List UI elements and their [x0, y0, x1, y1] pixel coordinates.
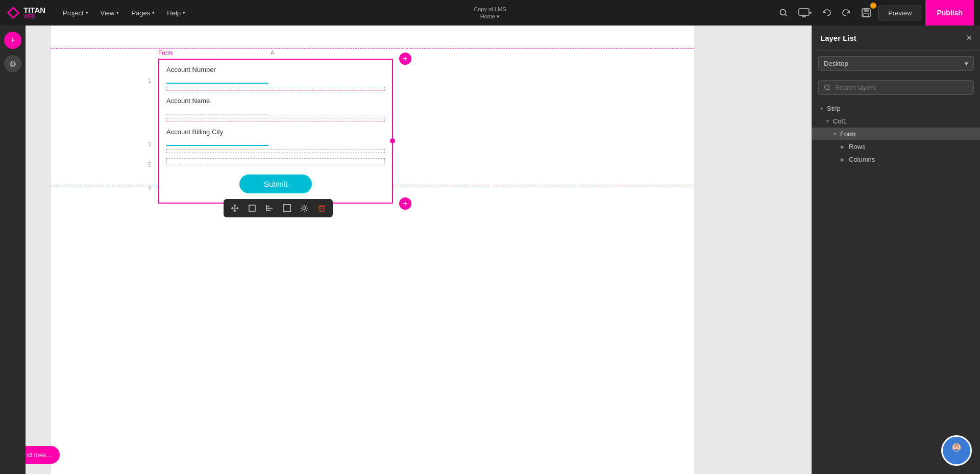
undo-button[interactable]: [819, 5, 835, 20]
sidebar-settings-button[interactable]: ⚙: [4, 55, 21, 72]
undo-icon: [822, 8, 831, 17]
plus-icon: +: [10, 36, 15, 45]
save-icon: [861, 8, 871, 18]
chevron-down-icon: ▾: [183, 10, 185, 15]
nav-pages[interactable]: Pages ▾: [126, 6, 160, 20]
account-number-label: Account Number: [166, 66, 385, 73]
row-number-3: 3: [148, 141, 152, 148]
square-icon: [248, 204, 256, 212]
account-number-input[interactable]: [166, 76, 268, 84]
layer-tree: ▾ Strip ▾ Col1 ▾ Form ▶ Rows ▶ Columns: [812, 99, 980, 474]
chevron-right-icon: ▶: [841, 157, 845, 162]
publish-button[interactable]: Publish: [925, 0, 974, 26]
row-2-bottom-dashed: [166, 118, 385, 122]
nav-project[interactable]: Project ▾: [58, 6, 93, 20]
search-button[interactable]: [776, 5, 791, 20]
add-element-button[interactable]: +: [4, 32, 21, 49]
delete-button[interactable]: [313, 201, 330, 215]
row-number-4: 4: [148, 185, 152, 192]
svg-point-31: [954, 446, 955, 447]
row-3-bottom-dashed: [166, 149, 385, 153]
chevron-down-icon: ▾: [86, 10, 88, 15]
canvas-area[interactable]: Form A + 1 Account Number: [26, 26, 812, 474]
row-5-dashed: [166, 158, 385, 164]
page-title: Copy of LMS Home ▾: [474, 6, 506, 20]
save-button[interactable]: !: [858, 5, 874, 21]
svg-rect-4: [799, 9, 809, 15]
chevron-down-icon: ▾: [834, 131, 836, 137]
gear-icon: [300, 204, 308, 212]
row-5: 5: [159, 156, 392, 166]
resize-handle[interactable]: [390, 138, 395, 143]
nav-view[interactable]: View ▾: [95, 6, 125, 20]
account-number-field: Account Number: [166, 66, 385, 84]
device-preview-button[interactable]: ▾: [795, 5, 815, 20]
layer-item-rows[interactable]: ▶ Rows: [812, 140, 980, 153]
form-field-area: 1 Account Number Account Name: [158, 59, 393, 204]
panel-header: Layer List ×: [812, 26, 980, 51]
topbar: TITAN WEB Project ▾ View ▾ Pages ▾ Help …: [0, 0, 980, 26]
redo-icon: [842, 8, 851, 17]
svg-line-26: [829, 89, 830, 90]
move-icon: [231, 204, 239, 212]
svg-line-3: [786, 15, 788, 17]
logo: TITAN WEB: [6, 6, 45, 20]
add-row-top-button[interactable]: +: [399, 53, 411, 65]
align-button[interactable]: [261, 201, 278, 215]
element-toolbar: [224, 199, 333, 217]
row-number-5: 5: [148, 161, 152, 168]
close-button[interactable]: ×: [966, 33, 972, 43]
left-sidebar: + ⚙: [0, 26, 26, 474]
layer-item-columns[interactable]: ▶ Columns: [812, 153, 980, 166]
layer-item-col1[interactable]: ▾ Col1: [812, 115, 980, 128]
resize-button[interactable]: [244, 201, 260, 215]
logo-sub: WEB: [23, 14, 45, 19]
chevron-down-icon: ▾: [116, 10, 119, 15]
svg-rect-15: [283, 205, 290, 212]
fullscreen-button[interactable]: [279, 201, 295, 215]
account-billing-city-field: Account Billing City: [166, 128, 385, 146]
svg-point-32: [958, 446, 959, 447]
monitor-icon: [798, 8, 810, 17]
svg-rect-18: [319, 207, 324, 211]
nav-help[interactable]: Help ▾: [162, 6, 190, 20]
row-4: 4 Submit: [159, 166, 392, 203]
svg-point-25: [825, 85, 829, 89]
chevron-down-icon: ▾: [820, 106, 823, 111]
move-button[interactable]: [227, 201, 243, 215]
row-2: Account Name: [159, 94, 392, 125]
logo-text: TITAN: [23, 6, 45, 14]
chevron-down-icon: ▾: [810, 10, 812, 15]
account-name-input[interactable]: [166, 107, 268, 115]
account-billing-city-input[interactable]: [166, 138, 268, 146]
submit-button[interactable]: Submit: [239, 174, 312, 193]
layer-panel: Layer List × Desktop ▾ ▾ Strip ▾ Col1: [812, 26, 980, 474]
chevron-right-icon: ▶: [841, 144, 845, 149]
redo-button[interactable]: [839, 5, 854, 20]
row-1-bottom-dashed: [166, 87, 385, 91]
form-container: Form A + 1 Account Number: [158, 59, 393, 204]
svg-rect-9: [864, 13, 869, 16]
layer-item-form[interactable]: ▾ Form: [812, 128, 980, 140]
search-input[interactable]: [835, 84, 968, 91]
main-layout: + ⚙ Form A + 1 Account Number: [0, 26, 980, 474]
element-settings-button[interactable]: [296, 201, 312, 215]
topbar-actions: ▾ ! Preview Publish: [776, 0, 974, 26]
chevron-down-icon: ▾: [152, 10, 155, 15]
panel-title: Layer List: [820, 34, 856, 42]
search-icon: [779, 8, 788, 17]
avatar-button[interactable]: [941, 435, 972, 466]
preview-button[interactable]: Preview: [878, 6, 921, 20]
row-1: 1 Account Number: [159, 60, 392, 94]
add-row-bottom-button[interactable]: +: [399, 197, 411, 210]
col-label: A: [271, 49, 274, 56]
logo-icon: [6, 6, 20, 20]
chevron-down-icon: ▾: [965, 60, 968, 67]
svg-line-16: [285, 206, 289, 210]
svg-rect-10: [249, 205, 255, 211]
device-dropdown[interactable]: Desktop ▾: [818, 56, 974, 71]
gear-icon: ⚙: [9, 59, 16, 69]
layer-item-strip[interactable]: ▾ Strip: [812, 102, 980, 115]
trash-icon: [317, 204, 326, 212]
search-icon: [824, 84, 831, 91]
